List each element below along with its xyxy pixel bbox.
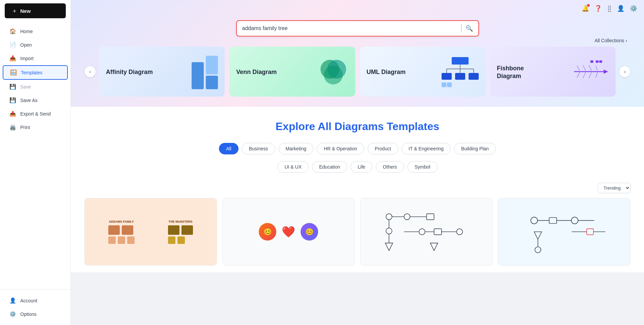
svg-rect-37	[434, 229, 441, 235]
avatars-card-visual: 😊 ❤️ 😊	[223, 198, 355, 265]
affinity-visual	[192, 56, 218, 89]
sidebar-item-templates[interactable]: 🪟 Templates	[3, 65, 68, 80]
sidebar-item-print[interactable]: 🖨️ Print	[3, 121, 68, 134]
filter-product[interactable]: Product	[368, 143, 398, 154]
filter-life[interactable]: Life	[351, 161, 372, 173]
svg-line-16	[577, 66, 580, 72]
chevron-right-icon: ›	[625, 38, 627, 43]
filter-uiux[interactable]: UI & UX	[277, 161, 309, 173]
filter-marketing[interactable]: Marketing	[279, 143, 313, 154]
filter-others[interactable]: Others	[376, 161, 404, 173]
sidebar-item-open[interactable]: 📄 Open	[3, 38, 68, 51]
sidebar-label-home: Home	[20, 29, 33, 34]
carousel: All Collections › ‹ Affinity Diagram	[84, 47, 631, 97]
filter-education[interactable]: Education	[312, 161, 347, 173]
explore-title-plain: Explore	[276, 120, 318, 132]
carousel-next-button[interactable]: ›	[619, 66, 631, 77]
sidebar-item-save: 💾 Save	[3, 80, 68, 93]
svg-point-27	[386, 214, 392, 220]
svg-rect-25	[596, 60, 599, 63]
svg-point-39	[456, 229, 463, 235]
svg-rect-3	[452, 57, 469, 65]
filter-symbol[interactable]: Symbol	[408, 161, 438, 173]
uml-visual	[442, 55, 479, 89]
sidebar-label-open: Open	[20, 42, 32, 48]
svg-rect-10	[455, 73, 465, 80]
topbar: 🔔 ❓ ⣿ 👤 ⚙️	[71, 0, 644, 17]
svg-point-31	[404, 214, 410, 220]
search-button[interactable]: 🔍	[466, 25, 473, 32]
account-icon: 👤	[9, 297, 16, 304]
template-card-avatars[interactable]: 😊 ❤️ 😊	[222, 198, 355, 266]
sidebar-label-options: Options	[20, 311, 36, 317]
svg-point-29	[386, 228, 392, 234]
svg-rect-12	[442, 82, 446, 87]
sidebar-item-home[interactable]: 🏠 Home	[3, 25, 68, 38]
template-grid: ADDAMS FAMILY THE MUNSTERS	[84, 198, 631, 266]
search-box: addams family tree 🔍	[236, 20, 479, 36]
sort-row: Trending Newest Popular	[84, 183, 631, 193]
export-icon: 📤	[9, 110, 16, 117]
svg-rect-41	[426, 214, 434, 220]
search-input[interactable]: addams family tree	[242, 25, 457, 31]
main-content: 🔔 ❓ ⣿ 👤 ⚙️ addams family tree 🔍 All Coll…	[71, 0, 644, 325]
explore-title-colored: All Diagrams Templates	[318, 120, 439, 132]
all-collections-link[interactable]: All Collections ›	[594, 38, 627, 43]
svg-point-35	[419, 229, 425, 235]
sidebar-label-account: Account	[20, 298, 37, 303]
carousel-items: Affinity Diagram Venn Diagram	[99, 47, 616, 97]
sidebar-label-export: Export & Send	[20, 111, 51, 117]
sidebar-item-options[interactable]: ⚙️ Options	[3, 307, 68, 321]
new-button[interactable]: ＋ New	[5, 3, 66, 18]
filter-building[interactable]: Building Plan	[454, 143, 496, 154]
notification-icon[interactable]: 🔔	[582, 5, 589, 12]
sort-select[interactable]: Trending Newest Popular	[598, 183, 631, 193]
plus-icon: ＋	[11, 7, 18, 15]
fishbone-label: Fishbone Diagram	[497, 65, 544, 80]
sidebar-label-save-as: Save As	[20, 98, 37, 103]
svg-marker-33	[385, 243, 393, 250]
aff-card-3	[206, 76, 218, 89]
sidebar-nav: 🏠 Home 📄 Open 📥 Import 🪟 Templates 💾 Sav…	[0, 22, 71, 158]
carousel-card-venn[interactable]: Venn Diagram	[229, 47, 355, 97]
carousel-card-uml[interactable]: UML Diagram	[360, 47, 485, 97]
svg-point-2	[324, 66, 343, 84]
svg-rect-24	[590, 60, 593, 63]
save-icon: 💾	[9, 83, 16, 90]
explore-section: Explore All Diagrams Templates All Busin…	[71, 107, 644, 272]
template-card-circuit1[interactable]	[360, 198, 493, 266]
filter-business[interactable]: Business	[242, 143, 275, 154]
template-card-addams[interactable]: ADDAMS FAMILY THE MUNSTERS	[84, 198, 217, 266]
svg-line-18	[589, 65, 592, 72]
sidebar-item-account[interactable]: 👤 Account	[3, 294, 68, 307]
svg-rect-11	[469, 73, 479, 80]
sidebar-label-save: Save	[20, 84, 31, 90]
svg-marker-49	[534, 232, 542, 239]
user-icon[interactable]: 👤	[617, 5, 624, 12]
svg-rect-53	[587, 229, 593, 235]
circuit1-card-visual	[361, 198, 493, 265]
svg-rect-9	[442, 73, 452, 80]
settings-icon[interactable]: ⚙️	[630, 5, 637, 12]
svg-line-23	[596, 72, 598, 78]
new-label: New	[20, 8, 31, 14]
sidebar: ＋ New 🏠 Home 📄 Open 📥 Import 🪟 Templates…	[0, 0, 71, 325]
circuit2-card-visual	[498, 198, 630, 265]
carousel-card-affinity[interactable]: Affinity Diagram	[99, 47, 225, 97]
sidebar-item-export[interactable]: 📤 Export & Send	[3, 107, 68, 120]
template-card-circuit2[interactable]	[498, 198, 631, 266]
uml-label: UML Diagram	[367, 68, 406, 76]
sidebar-label-print: Print	[20, 125, 30, 130]
apps-icon[interactable]: ⣿	[607, 5, 612, 12]
filter-it[interactable]: IT & Engineering	[401, 143, 451, 154]
carousel-card-fishbone[interactable]: Fishbone Diagram	[490, 47, 616, 97]
filter-hr[interactable]: HR & Operation	[317, 143, 364, 154]
sidebar-item-save-as[interactable]: 💾 Save As	[3, 94, 68, 107]
sidebar-label-import: Import	[20, 56, 34, 61]
carousel-prev-button[interactable]: ‹	[84, 66, 96, 77]
help-icon[interactable]: ❓	[594, 5, 602, 12]
affinity-label: Affinity Diagram	[106, 68, 153, 76]
sidebar-item-import[interactable]: 📥 Import	[3, 52, 68, 65]
filter-all[interactable]: All	[219, 143, 239, 154]
print-icon: 🖨️	[9, 124, 16, 130]
